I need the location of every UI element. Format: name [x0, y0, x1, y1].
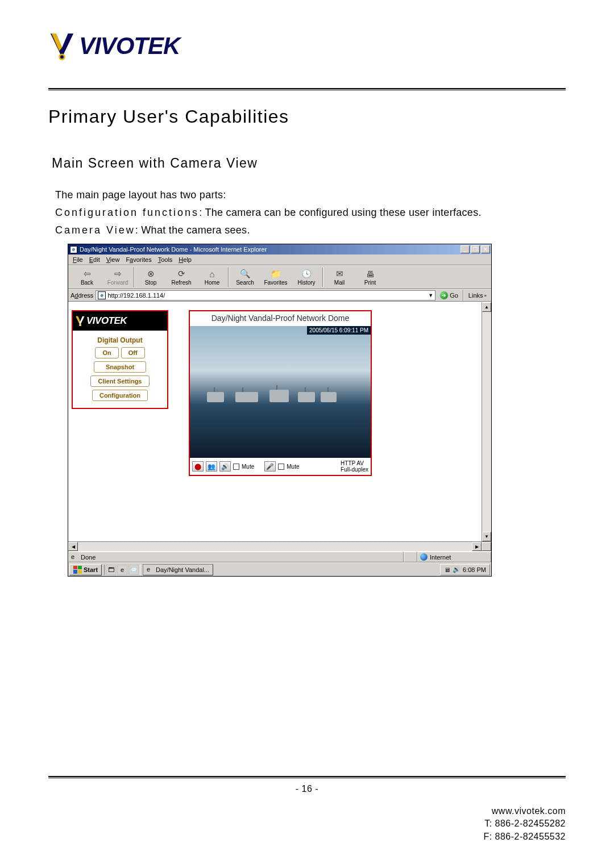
camera-view-panel: Day/Night Vandal-Proof Network Dome 2005…	[189, 310, 372, 476]
menu-view[interactable]: View	[106, 256, 120, 263]
ql-desktop-icon[interactable]: 🗔	[106, 565, 116, 575]
status-bar: eDone Internet	[68, 551, 491, 562]
svg-marker-5	[76, 316, 80, 323]
search-button[interactable]: 🔍Search	[230, 266, 260, 289]
window-title: Day/Night Vandal-Proof Network Dome - Mi…	[80, 246, 267, 253]
body-text: : What the camera sees.	[135, 224, 250, 236]
brand-logo-icon	[48, 31, 76, 61]
page-icon: e	[71, 553, 78, 561]
page-icon: e	[98, 291, 106, 299]
taskbar: Start 🗔 e 📨 e Day/Night Vandal... 🖥 🔊 6:…	[68, 562, 491, 576]
horizontal-scrollbar[interactable]: ◀▶	[68, 541, 491, 551]
mute-speaker-checkbox[interactable]	[233, 464, 239, 470]
body-paragraph: The main page layout has two parts: Conf…	[55, 187, 566, 238]
tray-icon[interactable]: 🔊	[453, 566, 460, 573]
menu-help[interactable]: Help	[179, 256, 192, 263]
footer: www.vivotek.com T: 886-2-82455282 F: 886…	[483, 805, 566, 843]
close-button[interactable]: ✕	[481, 245, 490, 253]
browser-window: e Day/Night Vandal-Proof Network Dome - …	[68, 244, 492, 577]
video-timestamp: 2005/06/15 6:09:11 PM	[307, 326, 371, 335]
brand-name: VIVOTEK	[86, 315, 127, 327]
menu-file[interactable]: File	[73, 256, 83, 263]
windows-icon	[73, 566, 82, 574]
favorites-button[interactable]: 📁Favorites	[260, 266, 291, 289]
body-line: Camera View: What the camera sees.	[55, 222, 566, 239]
stop-button[interactable]: ⊗Stop	[135, 266, 166, 289]
ie-icon: e	[147, 566, 154, 573]
ql-ie-icon[interactable]: e	[117, 565, 127, 575]
refresh-button[interactable]: ⟳Refresh	[166, 266, 197, 289]
menu-tools[interactable]: Tools	[158, 256, 173, 263]
configuration-button[interactable]: Configuration	[92, 390, 148, 401]
body-line: Configuration functions: The camera can …	[55, 205, 566, 221]
page-number: - 16 -	[48, 784, 566, 794]
footer-tel: T: 886-2-82455282	[483, 817, 566, 830]
minimize-button[interactable]: _	[460, 245, 470, 253]
video-feed: 2005/06/15 6:09:11 PM	[190, 326, 371, 458]
brand-logo-icon	[75, 315, 85, 327]
menu-edit[interactable]: Edit	[89, 256, 100, 263]
digital-output-label: Digital Output	[97, 336, 142, 344]
camera-title: Day/Night Vandal-Proof Network Dome	[190, 311, 371, 326]
mute-mic-label: Mute	[287, 464, 299, 470]
menu-favorites[interactable]: Favorites	[126, 256, 151, 263]
mic-icon[interactable]: 🎤	[264, 461, 276, 471]
body-term: Configuration functions	[55, 207, 199, 218]
globe-icon	[420, 553, 428, 561]
vertical-scrollbar[interactable]: ▲▼	[482, 302, 491, 541]
mail-button[interactable]: ✉Mail	[324, 266, 355, 289]
mute-mic-checkbox[interactable]	[278, 464, 284, 470]
ql-outlook-icon[interactable]: 📨	[128, 565, 139, 575]
address-label: Address	[70, 292, 93, 299]
snapshot-button[interactable]: Snapshot	[94, 361, 146, 373]
system-tray: 🖥 🔊 6:08 PM	[440, 564, 490, 575]
start-button[interactable]: Start	[69, 564, 102, 575]
doc-header: VIVOTEK	[48, 31, 566, 61]
footer-fax: F: 886-2-82455532	[483, 831, 566, 843]
body-text: : The camera can be configured using the…	[199, 207, 482, 218]
video-controls: ⬤ 👥 🔊 Mute 🎤 Mute HTTP AV Full-duplex	[190, 458, 371, 475]
links-button[interactable]: Links»	[466, 290, 489, 301]
body-line: The main page layout has two parts:	[55, 187, 566, 203]
section-title: Main Screen with Camera View	[52, 156, 566, 171]
brand-name: VIVOTEK	[79, 32, 180, 60]
forward-button[interactable]: ⇨Forward	[102, 266, 133, 289]
back-button[interactable]: ⇦Back	[72, 266, 102, 289]
divider	[48, 776, 566, 778]
svg-point-3	[60, 55, 64, 59]
address-input[interactable]: e http://192.168.1.114/ ▼	[96, 290, 435, 301]
tray-icon[interactable]: 🖥	[444, 566, 450, 573]
go-button[interactable]: ➔Go	[438, 290, 460, 301]
speaker-icon[interactable]: 🔊	[219, 461, 231, 471]
menu-bar: File Edit View Favorites Tools Help	[68, 254, 491, 265]
address-bar: Address e http://192.168.1.114/ ▼ ➔Go Li…	[68, 289, 491, 302]
config-panel: VIVOTEK Digital Output On Off Snapshot C…	[72, 310, 168, 409]
quick-launch: 🗔 e 📨	[104, 565, 140, 575]
maximize-button[interactable]: ❐	[471, 245, 480, 253]
taskbar-task[interactable]: e Day/Night Vandal...	[143, 564, 213, 575]
home-button[interactable]: ⌂Home	[197, 266, 227, 289]
mute-speaker-label: Mute	[242, 464, 254, 470]
panel-logo: VIVOTEK	[73, 311, 167, 331]
history-button[interactable]: 🕓History	[291, 266, 322, 289]
footer-url: www.vivotek.com	[483, 805, 566, 817]
record-icon[interactable]: ⬤	[192, 461, 204, 471]
client-settings-button[interactable]: Client Settings	[90, 375, 149, 387]
tray-clock: 6:08 PM	[463, 566, 486, 573]
print-button[interactable]: 🖶Print	[355, 266, 385, 289]
digital-output-on-button[interactable]: On	[95, 347, 118, 358]
window-titlebar: e Day/Night Vandal-Proof Network Dome - …	[68, 244, 491, 254]
svg-marker-1	[52, 34, 62, 51]
digital-output-off-button[interactable]: Off	[121, 347, 145, 358]
browser-viewport: VIVOTEK Digital Output On Off Snapshot C…	[68, 302, 491, 541]
stream-status: HTTP AV Full-duplex	[341, 460, 368, 473]
ie-icon: e	[70, 246, 77, 253]
body-term: Camera View	[55, 224, 135, 236]
people-icon[interactable]: 👥	[206, 461, 217, 471]
status-text: Done	[81, 554, 96, 561]
toolbar: ⇦Back ⇨Forward ⊗Stop ⟳Refresh ⌂Home 🔍Sea…	[68, 265, 491, 289]
svg-point-7	[80, 325, 81, 326]
zone-text: Internet	[430, 554, 451, 561]
address-value: http://192.168.1.114/	[107, 292, 165, 299]
page-title: Primary User's Capabilities	[48, 106, 566, 127]
